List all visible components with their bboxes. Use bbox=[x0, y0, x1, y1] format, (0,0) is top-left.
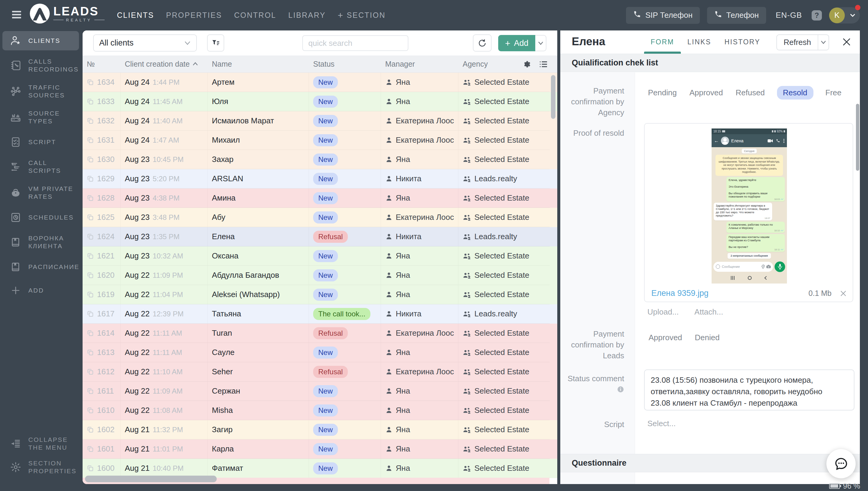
copy-icon[interactable] bbox=[87, 137, 94, 144]
sidebar-item[interactable]: РАСПИСАНИЕ bbox=[2, 257, 79, 277]
status-badge[interactable]: New bbox=[313, 289, 338, 301]
copy-icon[interactable] bbox=[87, 195, 94, 202]
remove-attachment-icon[interactable] bbox=[839, 290, 847, 297]
sidebar-item[interactable]: VM PRIVATE RATES bbox=[2, 182, 79, 204]
status-badge[interactable]: New bbox=[313, 269, 338, 281]
avatar[interactable]: K bbox=[829, 7, 845, 23]
status-badge[interactable]: New bbox=[313, 173, 338, 185]
chevron-down-icon[interactable] bbox=[818, 35, 829, 50]
status-badge[interactable]: Refusal bbox=[313, 366, 348, 378]
sidebar-item[interactable]: CLIENTS bbox=[2, 31, 79, 50]
copy-icon[interactable] bbox=[87, 291, 94, 298]
copy-icon[interactable] bbox=[87, 445, 94, 453]
column-header-number[interactable]: № bbox=[83, 60, 121, 68]
table-row[interactable]: 1628 Aug 23 4:38 PM Амина New Яна Select bbox=[83, 189, 557, 208]
status-badge[interactable]: New bbox=[313, 192, 338, 204]
status-badge[interactable]: New bbox=[313, 443, 338, 455]
copy-icon[interactable] bbox=[87, 175, 94, 182]
nav-item[interactable]: CLIENTS bbox=[117, 11, 154, 20]
add-dropdown-button[interactable] bbox=[535, 35, 547, 51]
table-row[interactable]: 1600 Aug 21 10:40 PM Фатимат New Яна Sel bbox=[83, 459, 557, 478]
add-button[interactable]: + Add bbox=[498, 35, 535, 51]
status-badge[interactable]: New bbox=[313, 250, 338, 262]
table-row[interactable]: 1602 Aug 21 11:32 PM Загир New Яна Selec bbox=[83, 420, 557, 439]
copy-icon[interactable] bbox=[87, 253, 94, 260]
copy-icon[interactable] bbox=[87, 310, 94, 318]
panel-scrollbar[interactable] bbox=[856, 104, 859, 171]
status-badge[interactable]: New bbox=[313, 76, 338, 88]
option-toggle[interactable]: Denied bbox=[694, 331, 720, 344]
copy-icon[interactable] bbox=[87, 98, 94, 105]
nav-item[interactable]: + SECTION bbox=[338, 11, 386, 20]
sidebar-item[interactable]: SCRIPT bbox=[2, 133, 79, 152]
table-row[interactable]: 1611 Aug 22 11:09 AM Сержан New Яна Sele bbox=[83, 381, 557, 401]
detail-tab[interactable]: FORM bbox=[644, 30, 681, 54]
close-button[interactable] bbox=[840, 35, 853, 49]
option-toggle[interactable]: Pending bbox=[647, 86, 677, 99]
table-row[interactable]: 1620 Aug 22 11:09 PM Абдулла Багандов Ne… bbox=[83, 266, 557, 285]
copy-icon[interactable] bbox=[87, 407, 94, 414]
copy-icon[interactable] bbox=[87, 368, 94, 375]
sidebar-item[interactable]: CALL SCRIPTS bbox=[2, 156, 79, 178]
column-header-manager[interactable]: Manager bbox=[381, 60, 458, 68]
table-vertical-scrollbar[interactable] bbox=[551, 75, 555, 119]
locale-switcher[interactable]: EN-GB bbox=[776, 10, 802, 20]
status-badge[interactable]: New bbox=[313, 462, 338, 474]
table-row[interactable]: 1617 Aug 22 12:39 PM Татьяна The call to… bbox=[83, 304, 557, 324]
table-row[interactable]: 1632 Aug 24 11:40 AM Исмаилов Марат New … bbox=[83, 111, 557, 131]
phone-button[interactable]: Телефон bbox=[707, 7, 766, 24]
sidebar-item[interactable]: TRAFFIC SOURCES bbox=[2, 81, 79, 102]
nav-item[interactable]: LIBRARY bbox=[288, 11, 326, 20]
copy-icon[interactable] bbox=[87, 214, 94, 221]
status-badge[interactable]: The call took... bbox=[313, 308, 370, 320]
refresh-split-button[interactable]: Refresh bbox=[776, 34, 829, 50]
table-row[interactable]: 1613 Aug 22 11:11 AM Сауле New Яна Selec bbox=[83, 343, 557, 362]
table-horizontal-scrollbar[interactable] bbox=[85, 475, 217, 482]
option-toggle[interactable]: Approved bbox=[648, 331, 683, 344]
status-badge[interactable]: New bbox=[313, 424, 338, 436]
detail-tab[interactable]: LINKS bbox=[681, 30, 718, 54]
nav-item[interactable]: CONTROL bbox=[234, 11, 276, 20]
copy-icon[interactable] bbox=[87, 330, 94, 337]
chat-fab-button[interactable] bbox=[827, 449, 856, 478]
status-badge[interactable]: Refusal bbox=[313, 327, 348, 339]
status-badge[interactable]: Refusal bbox=[313, 231, 348, 243]
sidebar-item[interactable]: ADD bbox=[2, 281, 79, 300]
copy-icon[interactable] bbox=[87, 465, 94, 472]
option-toggle[interactable]: Refused bbox=[735, 86, 766, 99]
sidebar-item[interactable]: SOURCE TYPES bbox=[2, 107, 79, 128]
script-select[interactable]: Select... bbox=[647, 419, 676, 428]
copy-icon[interactable] bbox=[87, 156, 94, 163]
copy-icon[interactable] bbox=[87, 79, 94, 86]
status-comment-field[interactable]: 23.08 (15:56) позвонила с турецкого номе… bbox=[644, 370, 855, 410]
table-row[interactable]: 1601 Aug 21 11:01 PM Карла New Яна Selec bbox=[83, 439, 557, 459]
copy-icon[interactable] bbox=[87, 117, 94, 124]
table-row[interactable]: 1614 Aug 22 11:11 AM Turan Refusal Екате… bbox=[83, 324, 557, 343]
table-row[interactable]: 1612 Aug 22 11:10 AM Seher Refusal Екате… bbox=[83, 362, 557, 381]
table-row[interactable]: 1624 Aug 23 1:35 PM Елена Refusal Никита bbox=[83, 227, 557, 247]
copy-icon[interactable] bbox=[87, 349, 94, 356]
table-row[interactable]: 1619 Aug 22 11:04 PM Aleksei (Whatsapp) … bbox=[83, 285, 557, 304]
sidebar-item[interactable]: SCHEDULES bbox=[2, 208, 79, 227]
copy-icon[interactable] bbox=[87, 233, 94, 240]
copy-icon[interactable] bbox=[87, 426, 94, 433]
table-row[interactable]: 1629 Aug 23 5:20 PM ARSLAN New Никита Le bbox=[83, 169, 557, 189]
status-badge[interactable]: New bbox=[313, 211, 338, 224]
table-row[interactable]: 1633 Aug 24 11:45 AM Юля New Яна Selecte bbox=[83, 92, 557, 111]
table-row[interactable]: 1625 Aug 23 3:48 PM Абу New Екатерина Ло… bbox=[83, 208, 557, 227]
status-badge[interactable]: New bbox=[313, 96, 338, 108]
option-toggle[interactable]: Approved bbox=[689, 86, 723, 99]
user-menu[interactable]: K bbox=[829, 7, 860, 24]
option-toggle[interactable]: Free bbox=[825, 86, 842, 99]
table-row[interactable]: 1630 Aug 23 10:45 PM Захар New Яна Selec bbox=[83, 150, 557, 169]
view-filter-select[interactable]: All clients bbox=[93, 34, 197, 52]
table-settings-gear-icon[interactable] bbox=[522, 59, 531, 69]
status-badge[interactable]: New bbox=[313, 404, 338, 416]
table-row[interactable]: 1634 Aug 24 1:44 PM Артем New Яна Select bbox=[83, 73, 557, 92]
column-header-creation-date[interactable]: Client creation date bbox=[121, 60, 208, 68]
option-toggle[interactable]: Resold bbox=[777, 86, 813, 99]
refresh-button[interactable] bbox=[473, 34, 492, 52]
sidebar-footer-item[interactable]: COLLAPSE THE MENU bbox=[2, 433, 79, 455]
attachment-file-link[interactable]: Елена 9359.jpg bbox=[651, 289, 709, 298]
table-row[interactable]: 1621 Aug 23 10:32 AM Оксана New Яна Sele bbox=[83, 247, 557, 266]
